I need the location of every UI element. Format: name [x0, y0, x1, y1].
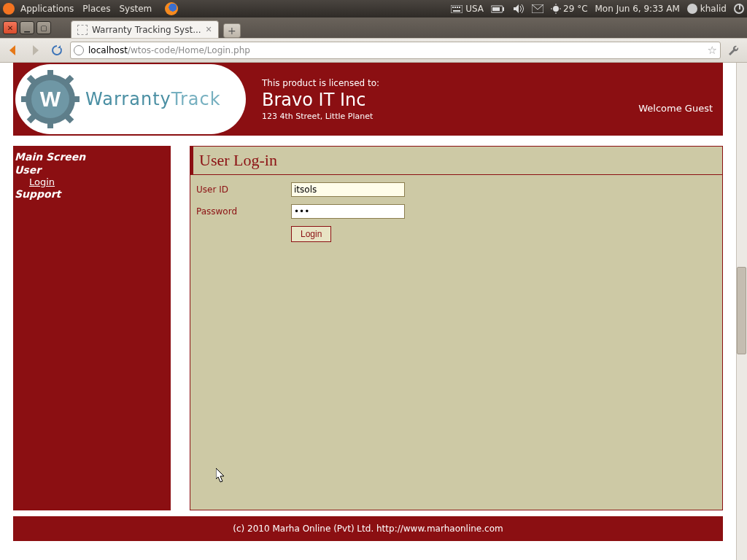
window-minimize-button[interactable]: ▁	[20, 21, 34, 34]
tab-favicon-icon	[77, 25, 88, 35]
svg-rect-1	[452, 7, 454, 8]
scrollbar-thumb[interactable]	[737, 267, 746, 354]
nav-back-button[interactable]	[4, 42, 22, 59]
menu-applications[interactable]: Applications	[20, 4, 74, 14]
sidebar-link-login[interactable]: Login	[29, 176, 55, 187]
keyboard-icon	[451, 5, 462, 13]
url-path: /wtos-code/Home/Login.php	[128, 45, 250, 55]
brand-word-b: Track	[171, 89, 221, 109]
firefox-launcher-icon[interactable]	[165, 2, 178, 15]
brand-word-a: Warranty	[85, 89, 171, 109]
logo-container: W WarrantyTrack	[15, 64, 246, 134]
sidebar-item-login[interactable]: Login	[29, 176, 169, 187]
main-panel: User Log-in User ID Password Login	[190, 146, 723, 510]
tab-title: Warranty Tracking Syst...	[92, 25, 201, 35]
power-icon[interactable]	[734, 4, 744, 14]
sidebar-item-main-screen[interactable]: Main Screen	[15, 150, 169, 163]
battery-icon[interactable]	[491, 5, 506, 13]
login-button[interactable]: Login	[291, 226, 331, 242]
site-identity-icon[interactable]	[74, 45, 84, 55]
system-tray: USA 29 °C Mon Jun 6, 9:33 AM khalid	[451, 4, 744, 14]
sidebar-nav: Main Screen User Login Support	[13, 146, 171, 510]
page-viewport: W WarrantyTrack This product is licensed…	[0, 63, 747, 560]
browser-tab-active[interactable]: Warranty Tracking Syst... ✕	[71, 20, 219, 38]
userid-input[interactable]	[291, 182, 405, 197]
sidebar-item-support[interactable]: Support	[15, 187, 169, 201]
bookmark-star-icon[interactable]: ☆	[708, 44, 717, 57]
login-form: User ID Password Login	[190, 175, 722, 249]
tab-close-icon[interactable]: ✕	[206, 25, 212, 34]
username-label: khalid	[700, 4, 727, 14]
weather-temp: 29 °C	[563, 4, 587, 14]
keyboard-layout-label: USA	[465, 4, 484, 14]
svg-rect-17	[47, 120, 53, 128]
new-tab-button[interactable]: +	[223, 23, 241, 38]
clock[interactable]: Mon Jun 6, 9:33 AM	[595, 4, 680, 14]
settings-wrench-button[interactable]	[725, 42, 743, 59]
gnome-top-panel: Applications Places System USA 29 °C Mon…	[0, 0, 747, 18]
weather-indicator[interactable]: 29 °C	[551, 4, 587, 14]
user-avatar-icon	[687, 4, 697, 14]
svg-rect-16	[47, 70, 53, 79]
nav-reload-button[interactable]	[48, 42, 66, 59]
svg-text:W: W	[40, 87, 61, 111]
nav-forward-button[interactable]	[26, 42, 44, 59]
url-bar[interactable]: localhost/wtos-code/Home/Login.php ☆	[70, 42, 721, 59]
window-titlebar: ✕ ▁ ▢ Warranty Tracking Syst... ✕ +	[0, 18, 747, 38]
header-banner: W WarrantyTrack This product is licensed…	[13, 63, 723, 136]
svg-rect-2	[454, 7, 456, 8]
password-label: Password	[196, 206, 291, 217]
url-host: localhost	[88, 45, 128, 55]
ubuntu-logo-icon[interactable]	[3, 3, 15, 15]
svg-rect-4	[459, 7, 460, 8]
password-input[interactable]	[291, 204, 405, 219]
svg-rect-8	[492, 7, 500, 11]
page-body: W WarrantyTrack This product is licensed…	[0, 63, 736, 560]
menu-places[interactable]: Places	[82, 4, 110, 14]
svg-rect-18	[21, 96, 30, 102]
sidebar-item-user[interactable]: User	[15, 163, 169, 176]
user-menu[interactable]: khalid	[687, 4, 727, 14]
weather-icon	[551, 4, 561, 14]
menu-system[interactable]: System	[119, 4, 152, 14]
page-footer: (c) 2010 Marha Online (Pvt) Ltd. http://…	[13, 516, 723, 541]
window-close-button[interactable]: ✕	[3, 21, 18, 34]
welcome-text: Welcome Guest	[638, 103, 713, 114]
panel-title: User Log-in	[190, 147, 722, 175]
brand-wordmark: WarrantyTrack	[85, 89, 221, 109]
vertical-scrollbar[interactable]	[736, 63, 747, 560]
logo-gear-icon: W	[21, 70, 80, 128]
svg-rect-19	[71, 96, 80, 102]
volume-icon[interactable]	[513, 4, 525, 14]
mail-icon[interactable]	[532, 4, 543, 13]
browser-nav-toolbar: localhost/wtos-code/Home/Login.php ☆	[0, 38, 747, 63]
userid-label: User ID	[196, 184, 291, 195]
svg-rect-5	[453, 10, 460, 12]
svg-rect-7	[503, 7, 504, 11]
svg-point-10	[553, 6, 559, 12]
licensed-to-label: This product is licensed to:	[262, 78, 723, 88]
browser-tab-bar: Warranty Tracking Syst... ✕ +	[71, 18, 241, 38]
window-maximize-button[interactable]: ▢	[36, 21, 51, 34]
svg-rect-3	[457, 7, 458, 8]
keyboard-indicator[interactable]: USA	[451, 4, 484, 14]
svg-rect-0	[451, 5, 462, 13]
